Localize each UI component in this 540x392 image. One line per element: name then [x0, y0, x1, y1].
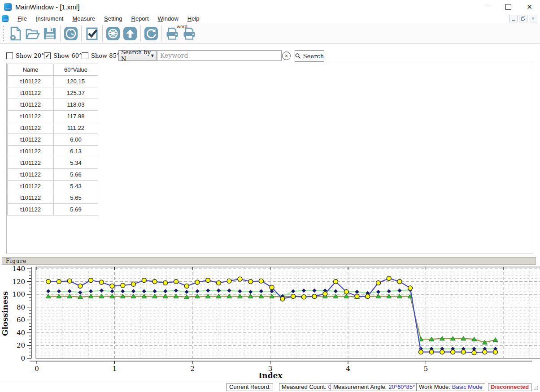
window-controls: × [477, 0, 540, 13]
toolbar-refresh-button[interactable] [143, 25, 160, 42]
word-export-label: word [177, 24, 187, 29]
checkbox-label: Show 20° [16, 52, 44, 59]
menu-file[interactable]: File [13, 15, 31, 22]
toolbar-check-document-button[interactable] [83, 25, 100, 42]
cell-name: t101122 [8, 122, 54, 134]
checkbox-label: Show 85° [91, 52, 119, 59]
cell-value: 5.66 [54, 169, 98, 181]
table-row[interactable]: t101122120.15 [8, 76, 98, 87]
menu-setting[interactable]: Setting [100, 15, 126, 22]
wheel-icon [105, 26, 121, 41]
search-input[interactable] [157, 50, 282, 61]
search-button[interactable]: Search [295, 50, 324, 62]
cell-value: 5.34 [54, 157, 98, 169]
toolbar-separator [102, 26, 103, 42]
column-header-value: 60°Value [54, 64, 98, 76]
chevron-down-icon: ▼ [151, 54, 154, 58]
figure-panel-header[interactable]: Figure [2, 257, 536, 265]
table-row[interactable]: t1011225.43 [8, 181, 98, 192]
status-work-mode: Work Mode:Basic Mode [416, 383, 485, 391]
menu-window[interactable]: Window [153, 15, 183, 22]
cell-name: t101122 [8, 99, 54, 111]
status-current-record: Current Record: [226, 383, 273, 391]
upload-icon [122, 26, 138, 41]
minimize-icon [485, 7, 490, 7]
table-row[interactable]: t101122117.98 [8, 111, 98, 122]
cell-name: t101122 [8, 111, 54, 122]
menu-report[interactable]: Report [126, 15, 153, 22]
cell-value: 6.13 [54, 146, 98, 157]
table-row[interactable]: t101122111.22 [8, 122, 98, 134]
minimize-button[interactable] [477, 0, 498, 13]
status-connection: Disconnected [488, 383, 531, 391]
svg-text:60: 60 [17, 316, 25, 324]
mdi-minimize-icon [512, 20, 515, 21]
cell-value: 111.22 [54, 122, 98, 134]
toolbar-drag-handle[interactable] [3, 26, 4, 41]
svg-text:140: 140 [12, 265, 25, 273]
table-row[interactable]: t1011225.69 [8, 204, 98, 215]
gauge-icon [63, 26, 78, 41]
mdi-minimize-button[interactable] [509, 15, 518, 22]
toolbar-save-button[interactable] [41, 25, 58, 42]
table-row[interactable]: t1011225.34 [8, 157, 98, 169]
mdi-close-button[interactable]: × [529, 15, 537, 22]
toolbar-separator [161, 26, 162, 42]
svg-text:2: 2 [190, 365, 195, 373]
maximize-button[interactable] [498, 0, 519, 13]
status-measurement-angle: Measurement Angle:20°60°85° [331, 383, 418, 391]
x-axis-label: Index [258, 371, 283, 380]
status-measured-count: Measured Count:0 [279, 383, 334, 391]
table-row[interactable]: t1011226.13 [8, 146, 98, 157]
toolbar-wheel-button[interactable] [105, 25, 122, 42]
mdi-child-icon[interactable]: GOCS [2, 15, 9, 22]
toolbar-upload-button[interactable] [122, 25, 139, 42]
menu-instrument[interactable]: Instrument [31, 15, 68, 22]
series-85°-line [48, 296, 496, 342]
table-row[interactable]: t1011225.66 [8, 169, 98, 181]
search-icon [295, 53, 301, 59]
show-60-checkbox[interactable]: ✓ Show 60° [44, 52, 82, 59]
window-title: MainWindow - [1.xml] [15, 3, 79, 11]
records-table: Name60°Value t101122120.15t101122125.37t… [7, 64, 98, 215]
svg-text:80: 80 [17, 303, 25, 311]
title-bar: GOCS MainWindow - [1.xml] × [0, 0, 540, 13]
svg-text:100: 100 [12, 290, 25, 298]
toolbar-gauge-button[interactable] [62, 25, 79, 42]
cell-name: t101122 [8, 181, 54, 192]
menu-help[interactable]: Help [183, 15, 204, 22]
app-icon[interactable]: GOCS [4, 3, 12, 11]
column-header-name: Name [8, 64, 54, 76]
table-row[interactable]: t101122118.03 [8, 99, 98, 111]
mdi-restore-button[interactable] [519, 15, 527, 22]
clear-icon: × [285, 53, 288, 59]
cell-name: t101122 [8, 157, 54, 169]
table-row[interactable]: t1011225.65 [8, 192, 98, 204]
table-row[interactable]: t101122125.37 [8, 87, 98, 99]
toolbar-new-file-button[interactable] [7, 25, 24, 42]
resize-grip[interactable] [534, 386, 539, 391]
cell-name: t101122 [8, 204, 54, 215]
toolbar: word [0, 23, 540, 44]
cell-value: 120.15 [54, 76, 98, 87]
show-20-checkbox[interactable]: Show 20° [6, 52, 44, 59]
refresh-icon [144, 26, 159, 41]
search-by-dropdown[interactable]: Search by N ▼ [118, 50, 157, 61]
toolbar-buttons [7, 25, 198, 42]
svg-text:4: 4 [346, 365, 350, 373]
mdi-restore-icon [521, 17, 525, 21]
cell-name: t101122 [8, 134, 54, 146]
mdi-window-controls: × [509, 15, 537, 22]
svg-text:5: 5 [424, 365, 428, 373]
menu-measure[interactable]: Measure [68, 15, 100, 22]
cell-value: 5.43 [54, 181, 98, 192]
show-85-checkbox[interactable]: Show 85° [82, 52, 119, 59]
cell-value: 5.65 [54, 192, 98, 204]
clear-search-button[interactable]: × [282, 52, 291, 60]
toolbar-open-folder-button[interactable] [24, 25, 41, 42]
svg-text:0: 0 [21, 354, 25, 362]
cell-value: 6.00 [54, 134, 98, 146]
table-row[interactable]: t1011226.00 [8, 134, 98, 146]
close-button[interactable]: × [519, 0, 540, 13]
open-folder-icon [25, 26, 40, 41]
